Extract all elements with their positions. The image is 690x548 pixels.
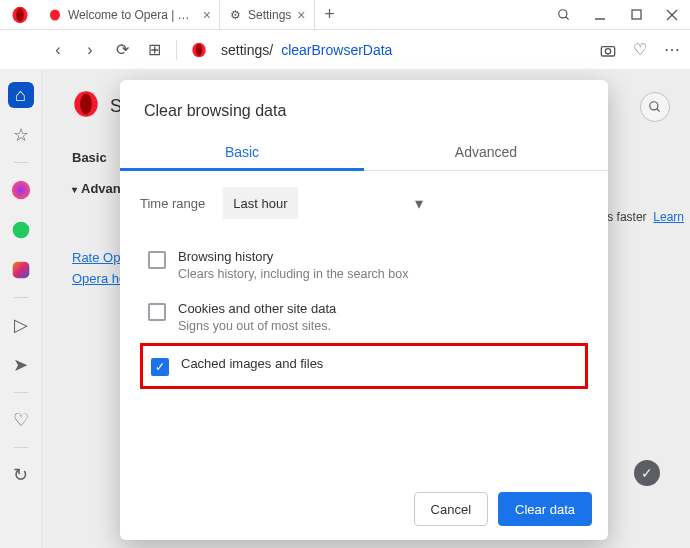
clear-data-dialog: Clear browsing data Basic Advanced Time … <box>120 80 608 540</box>
speed-dial-icon[interactable]: ⊞ <box>144 40 164 60</box>
checkbox[interactable] <box>148 251 166 269</box>
clear-data-button[interactable]: Clear data <box>498 492 592 526</box>
divider <box>176 40 177 60</box>
toolbar: ‹ › ⟳ ⊞ settings/clearBrowserData ♡ ⋯ <box>0 30 690 70</box>
tab-label: Welcome to Opera | Make <box>68 8 197 22</box>
opera-menu-icon[interactable] <box>0 0 40 29</box>
svg-rect-6 <box>632 10 641 19</box>
tab-label: Settings <box>248 8 291 22</box>
reload-icon[interactable]: ⟳ <box>112 40 132 60</box>
minimize-icon[interactable] <box>582 0 618 29</box>
tab-basic[interactable]: Basic <box>120 138 364 170</box>
svg-point-2 <box>50 9 60 20</box>
close-icon[interactable]: × <box>203 7 211 23</box>
close-window-icon[interactable] <box>654 0 690 29</box>
svg-point-3 <box>559 9 567 17</box>
address-bar[interactable]: settings/clearBrowserData <box>221 42 586 58</box>
option-title: Browsing history <box>178 249 408 264</box>
timerange-label: Time range <box>140 196 205 211</box>
option-subtitle: Signs you out of most sites. <box>178 319 336 333</box>
address-prefix: settings/ <box>221 42 273 58</box>
close-icon[interactable]: × <box>297 7 305 23</box>
new-tab-button[interactable]: + <box>315 0 345 29</box>
search-in-tabs-icon[interactable] <box>546 0 582 29</box>
option-cookies[interactable]: Cookies and other site data Signs you ou… <box>140 291 588 343</box>
svg-point-10 <box>196 44 203 56</box>
tab-settings[interactable]: ⚙ Settings × <box>220 0 315 29</box>
maximize-icon[interactable] <box>618 0 654 29</box>
dialog-title: Clear browsing data <box>120 80 608 138</box>
forward-icon[interactable]: › <box>80 40 100 60</box>
timerange-select[interactable]: Last hour <box>223 187 298 219</box>
opera-icon <box>189 40 209 60</box>
svg-line-4 <box>566 16 569 19</box>
tab-advanced[interactable]: Advanced <box>364 138 608 170</box>
tab-welcome[interactable]: Welcome to Opera | Make × <box>40 0 220 29</box>
option-subtitle: Clears history, including in the search … <box>178 267 408 281</box>
address-path: clearBrowserData <box>281 42 392 58</box>
titlebar: Welcome to Opera | Make × ⚙ Settings × + <box>0 0 690 30</box>
window-controls <box>546 0 690 29</box>
opera-icon <box>48 8 62 22</box>
heart-icon[interactable]: ♡ <box>630 40 650 60</box>
option-title: Cached images and files <box>181 356 323 371</box>
dialog-tabs: Basic Advanced <box>120 138 608 171</box>
back-icon[interactable]: ‹ <box>48 40 68 60</box>
svg-point-12 <box>605 48 610 53</box>
checkbox-checked[interactable]: ✓ <box>151 358 169 376</box>
snapshot-icon[interactable] <box>598 40 618 60</box>
gear-icon: ⚙ <box>228 8 242 22</box>
checkbox[interactable] <box>148 303 166 321</box>
option-browsing-history[interactable]: Browsing history Clears history, includi… <box>140 239 588 291</box>
cancel-button[interactable]: Cancel <box>414 492 488 526</box>
svg-point-1 <box>16 8 24 22</box>
menu-icon[interactable]: ⋯ <box>662 40 682 60</box>
option-title: Cookies and other site data <box>178 301 336 316</box>
option-cached-files[interactable]: ✓ Cached images and files <box>140 343 588 389</box>
